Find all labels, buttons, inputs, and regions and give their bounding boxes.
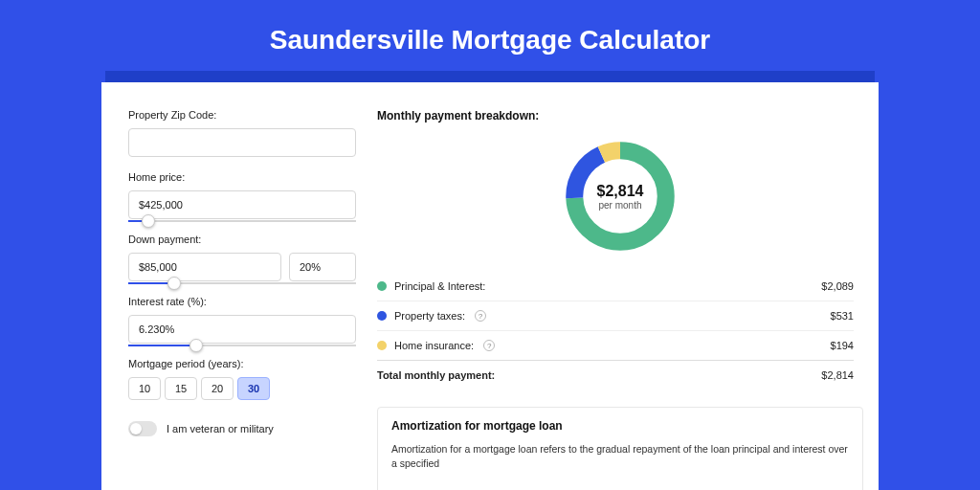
amortization-body: Amortization for a mortgage loan refers …: [391, 442, 849, 470]
period-options: 10 15 20 30: [128, 377, 356, 400]
breakdown-row-value: $194: [831, 340, 854, 351]
breakdown-list: Principal & Interest: $2,089 Property ta…: [377, 268, 863, 390]
breakdown-row-label: Property taxes:: [394, 310, 465, 322]
calculator-card: Property Zip Code: Home price: Down paym…: [101, 82, 879, 490]
breakdown-total-label: Total monthly payment:: [377, 369, 495, 381]
down-payment-label: Down payment:: [128, 234, 356, 245]
field-down-payment: Down payment:: [128, 234, 356, 281]
down-payment-slider[interactable]: [128, 282, 356, 284]
breakdown-row-label: Principal & Interest:: [394, 280, 485, 292]
interest-rate-label: Interest rate (%):: [128, 296, 356, 307]
donut-center: $2,814 per month: [583, 159, 657, 234]
period-20-button[interactable]: 20: [201, 377, 234, 400]
breakdown-row-insurance: Home insurance: ? $194: [377, 330, 854, 360]
donut-sub: per month: [598, 200, 641, 211]
breakdown-row-value: $2,089: [821, 280, 854, 292]
period-15-button[interactable]: 15: [165, 377, 197, 400]
info-icon[interactable]: ?: [475, 310, 486, 322]
veteran-toggle-knob: [130, 423, 142, 434]
page-title: Saundersville Mortgage Calculator: [0, 0, 980, 71]
home-price-label: Home price:: [128, 171, 356, 183]
period-label: Mortgage period (years):: [128, 358, 356, 369]
breakdown-row-value: $531: [831, 310, 854, 322]
form-column: Property Zip Code: Home price: Down paym…: [128, 109, 356, 490]
zip-label: Property Zip Code:: [128, 109, 356, 121]
veteran-label: I am veteran or military: [167, 423, 274, 434]
field-period: Mortgage period (years): 10 15 20 30: [128, 358, 356, 400]
veteran-row: I am veteran or military: [128, 421, 356, 436]
amortization-title: Amortization for mortgage loan: [391, 419, 849, 433]
dot-icon: [377, 281, 387, 291]
interest-rate-input[interactable]: [128, 315, 356, 344]
period-10-button[interactable]: 10: [128, 377, 161, 400]
interest-rate-slider[interactable]: [128, 345, 356, 346]
amortization-section: Amortization for mortgage loan Amortizat…: [377, 407, 863, 490]
period-30-button[interactable]: 30: [237, 377, 270, 400]
dot-icon: [377, 311, 387, 321]
home-price-slider-thumb[interactable]: [142, 214, 155, 228]
field-interest-rate: Interest rate (%):: [128, 296, 356, 344]
down-payment-pct-input[interactable]: [289, 253, 356, 281]
home-price-input[interactable]: [128, 190, 356, 219]
home-price-slider[interactable]: [128, 220, 356, 222]
down-payment-input[interactable]: [128, 253, 281, 281]
field-zip: Property Zip Code:: [128, 109, 356, 157]
interest-rate-slider-thumb[interactable]: [189, 339, 203, 352]
field-home-price: Home price:: [128, 171, 356, 219]
breakdown-row-taxes: Property taxes: ? $531: [377, 301, 854, 330]
donut-total: $2,814: [597, 183, 644, 200]
donut-area: $2,814 per month: [377, 130, 863, 268]
down-payment-slider-thumb[interactable]: [167, 277, 181, 290]
veteran-toggle[interactable]: [128, 421, 157, 436]
breakdown-row-label: Home insurance:: [394, 340, 474, 351]
breakdown-title: Monthly payment breakdown:: [377, 109, 863, 122]
info-icon[interactable]: ?: [483, 340, 495, 351]
breakdown-row-total: Total monthly payment: $2,814: [377, 360, 854, 390]
dot-icon: [377, 341, 387, 350]
donut-chart: $2,814 per month: [560, 136, 680, 256]
breakdown-row-principal: Principal & Interest: $2,089: [377, 272, 854, 301]
breakdown-total-value: $2,814: [821, 369, 854, 381]
zip-input[interactable]: [128, 128, 356, 157]
card-shadow: Property Zip Code: Home price: Down paym…: [105, 71, 875, 490]
breakdown-column: Monthly payment breakdown: $2,814 per mo…: [377, 109, 863, 490]
